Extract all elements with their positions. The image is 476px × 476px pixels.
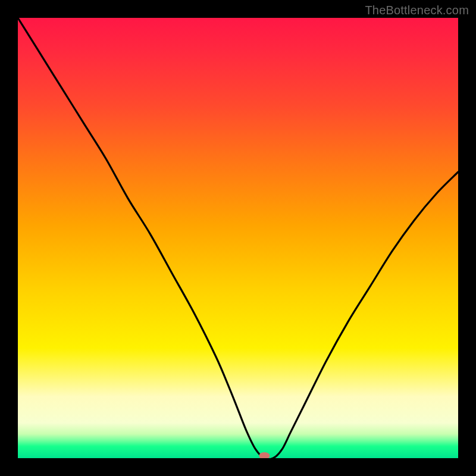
optimal-point-marker [259, 452, 270, 458]
chart-frame: TheBottleneck.com [0, 0, 476, 476]
watermark-text: TheBottleneck.com [365, 4, 469, 17]
curve-path [18, 18, 458, 458]
plot-area [18, 18, 458, 458]
bottleneck-curve [18, 18, 458, 458]
